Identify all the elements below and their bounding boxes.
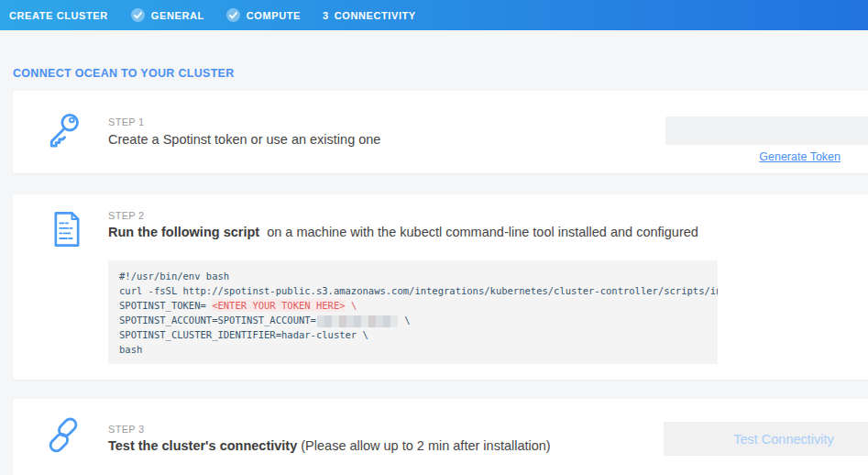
wizard-steps: GENERAL COMPUTE 3 CONNECTIVITY	[131, 8, 438, 22]
generate-token-link[interactable]: Generate Token	[759, 150, 841, 163]
script-file-icon	[49, 210, 84, 252]
wizard-header: CREATE CLUSTER GENERAL COMPUTE 3 CONNECT…	[0, 0, 868, 30]
redacted-account-id	[317, 315, 398, 327]
check-icon	[226, 8, 240, 22]
step2-title-rest: on a machine with the kubectl command-li…	[263, 225, 698, 239]
token-input[interactable]	[665, 116, 868, 145]
script-line: curl -fsSL http://spotinst-public.s3.ama…	[119, 283, 707, 298]
step2-card: STEP 2 Run the following script on a mac…	[13, 194, 868, 380]
script-line: #!/usr/bin/env bash	[119, 269, 707, 283]
wizard-step-label: COMPUTE	[247, 10, 301, 21]
chain-link-icon	[44, 415, 82, 459]
step1-title: Create a Spotinst token or use an existi…	[108, 132, 380, 147]
wizard-step-label: CONNECTIVITY	[335, 10, 416, 21]
step3-title-rest: (Please allow up to 2 min after installa…	[297, 438, 550, 453]
step2-title-bold: Run the following script	[108, 225, 259, 239]
script-line: bash	[119, 342, 707, 357]
step3-title: Test the cluster's connectivity (Please …	[108, 438, 551, 453]
key-icon	[44, 109, 82, 155]
check-icon	[131, 8, 145, 22]
step3-label: STEP 3	[108, 424, 145, 435]
wizard-step-compute[interactable]: COMPUTE	[226, 8, 301, 22]
wizard-step-label: GENERAL	[151, 10, 204, 21]
step1-card: STEP 1 Create a Spotinst token or use an…	[13, 91, 868, 173]
wizard-step-general[interactable]: GENERAL	[131, 8, 204, 22]
step1-label: STEP 1	[108, 116, 145, 127]
script-line: SPOTINST_ACCOUNT=SPOTINST_ACCOUNT= \	[119, 313, 707, 327]
generate-token-wrap: Generate Token	[665, 148, 841, 164]
step3-title-bold: Test the cluster's connectivity	[108, 438, 297, 453]
script-line: SPOTINST_CLUSTER_IDENTIFIER=hadar-cluste…	[119, 327, 707, 342]
wizard-title: CREATE CLUSTER	[9, 10, 108, 21]
script-block[interactable]: #!/usr/bin/env bashcurl -fsSL http://spo…	[108, 260, 718, 364]
step2-label: STEP 2	[108, 210, 145, 221]
step3-card: STEP 3 Test the cluster's connectivity (…	[13, 399, 868, 475]
script-line: SPOTINST_TOKEN= <ENTER YOUR TOKEN HERE> …	[119, 298, 707, 313]
wizard-step-number: 3	[323, 10, 329, 21]
step2-title: Run the following script on a machine wi…	[108, 225, 698, 239]
page-title: CONNECT OCEAN TO YOUR CLUSTER	[13, 67, 235, 80]
wizard-step-connectivity[interactable]: 3 CONNECTIVITY	[323, 10, 416, 21]
test-connectivity-button[interactable]: Test Connectivity	[664, 422, 868, 456]
